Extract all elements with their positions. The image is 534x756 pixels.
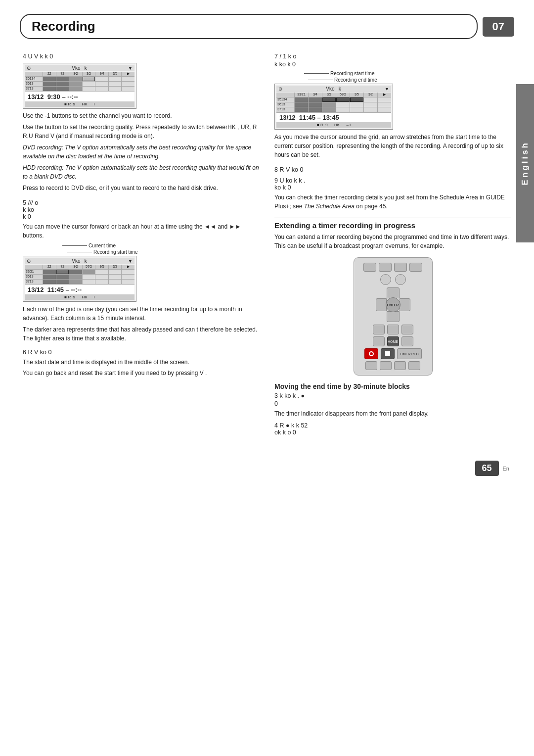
remote-dpad-right[interactable] — [400, 298, 410, 311]
remote-btn-bot-4[interactable] — [408, 361, 420, 370]
screen2-time: 13/12 11:45 – --:-- — [28, 286, 82, 293]
english-sidebar: English — [516, 84, 534, 242]
step8-label: 8 R V ko 0 — [274, 166, 511, 173]
screen1-time: 13/12 9:30 – --:-- — [28, 93, 78, 100]
step5-grid-text2: The darker area represents time that has… — [23, 325, 260, 343]
step7-label: 7 / 1 k o — [274, 53, 511, 60]
step5-sublabel2: k 0 — [23, 213, 260, 220]
step5-text: You can move the cursor forward or back … — [23, 222, 260, 240]
remote-btn-3[interactable] — [394, 263, 407, 272]
step4-text4: HDD recording: The V option automaticall… — [23, 163, 260, 181]
moving-step3-sublabel: 0 — [274, 400, 511, 407]
remote-timerec-btn[interactable]: TIMER REC — [397, 348, 422, 359]
extending-text: You can extend a timer recording beyond … — [274, 233, 511, 250]
ann-rec-end: Recording end time — [334, 77, 377, 83]
moving-step4-label: 4 R ● k k 52 — [274, 422, 511, 429]
remote-btn-bot-3[interactable] — [394, 361, 406, 370]
ann-rec-start: Recording start time — [330, 71, 374, 76]
ann-current-time: Current time — [89, 243, 116, 248]
remote-btn-mid-3[interactable] — [401, 325, 413, 334]
page-title: Recording — [32, 19, 95, 34]
screen2-with-annotations: Current time Recording start time ⊙ Vko … — [23, 243, 260, 302]
remote-dpad: ENTER — [376, 287, 410, 322]
remote-dpad-down[interactable] — [387, 311, 400, 322]
remote-home-btn[interactable]: HOME — [387, 336, 399, 346]
screen3-mockup: ⊙ Vko k ▼ 33⁄21 3⁄4 3⁄2 57⁄2 3⁄5 3⁄2 ▶ 3… — [274, 84, 393, 130]
footer-language: En — [503, 466, 509, 472]
moving-step3-label: 3 k ko k . ● — [274, 392, 511, 399]
screen1-bottom: ■ R 9 HK i — [64, 102, 94, 106]
remote-rec-btn[interactable] — [364, 348, 378, 359]
screen1-channel-label: Vko k — [72, 65, 87, 71]
remote-btn-bot-1[interactable] — [365, 361, 377, 370]
moving-end-time-heading: Moving the end time by 30-minute blocks — [274, 382, 511, 390]
step5-label: 5 /// o — [23, 199, 260, 206]
footer-page-number: 65 — [475, 461, 499, 476]
step6-text: The start date and time is displayed in … — [23, 358, 260, 367]
ann-recording-start: Recording start time — [93, 249, 137, 255]
step6-text2: You can go back and reset the start time… — [23, 369, 260, 378]
extending-heading: Extending a timer recording in progress — [274, 221, 511, 230]
remote-dpad-left[interactable] — [376, 298, 387, 311]
step9-text: You can check the timer recording detail… — [274, 193, 511, 211]
step7-sublabel: k ko k 0 — [274, 61, 511, 68]
remote-btn-mid-2[interactable] — [387, 325, 399, 334]
step9-sublabel: ko k 0 — [274, 184, 511, 191]
remote-btn-1[interactable] — [363, 263, 376, 272]
step4-text2: Use the button to set the recording qual… — [23, 123, 260, 141]
step5-grid-text1: Each row of the grid is one day (you can… — [23, 305, 260, 323]
screen2-mockup: ⊙ Vko k ▼ 22 72 3⁄2 57⁄2 3⁄5 3⁄2 ▶ 33⁄21 — [23, 256, 136, 302]
remote-btn-round-1[interactable] — [380, 274, 391, 285]
remote-btn-low-3[interactable] — [401, 336, 413, 346]
page-number-box: 07 — [483, 17, 514, 37]
remote-btn-low-1[interactable] — [373, 336, 385, 346]
remote-btn-2[interactable] — [379, 263, 392, 272]
step4-text5: Press to record to DVD disc, or if you w… — [23, 184, 260, 192]
remote-btn-mid-1[interactable] — [373, 325, 385, 334]
moving-step4-sublabel: ok k o 0 — [274, 429, 511, 436]
screen1-scroll-icon: ▼ — [128, 66, 133, 71]
remote-btn-bot-2[interactable] — [380, 361, 392, 370]
page-footer: 65 En — [0, 451, 534, 486]
screen1-channel-icon: ⊙ — [27, 65, 31, 71]
step7-text: As you move the cursor around the grid, … — [274, 133, 511, 159]
screen3-with-annotations: Recording start time Recording end time … — [274, 71, 511, 130]
remote-mockup: ENTER HOME — [354, 257, 433, 376]
step4-text3: DVD recording: The V option automaticall… — [23, 143, 260, 161]
remote-dpad-up[interactable] — [387, 287, 400, 298]
step6-label: 6 R V ko 0 — [23, 349, 260, 356]
screen1-mockup: ⊙ Vko k ▼ 22 72 3⁄2 3⁄2 3⁄4 3⁄5 ▶ 3513 — [23, 63, 136, 109]
page-header: Recording — [20, 14, 478, 39]
screen3-time: 13/12 11:45 – 13:45 — [279, 114, 339, 121]
moving-text: The timer indicator disappears from the … — [274, 409, 511, 418]
remote-btn-4[interactable] — [409, 263, 422, 272]
step9-label: 9 U ko k k . — [274, 177, 511, 184]
step4-label: 4 U V k k 0 — [23, 53, 260, 60]
remote-stop-btn[interactable] — [381, 348, 395, 359]
remote-enter-btn[interactable]: ENTER — [386, 297, 400, 312]
step4-text1: Use the -1 buttons to set the channel yo… — [23, 111, 260, 120]
sidebar-label: English — [520, 141, 530, 185]
remote-btn-round-2[interactable] — [395, 274, 406, 285]
step5-sublabel: k ko — [23, 206, 260, 213]
